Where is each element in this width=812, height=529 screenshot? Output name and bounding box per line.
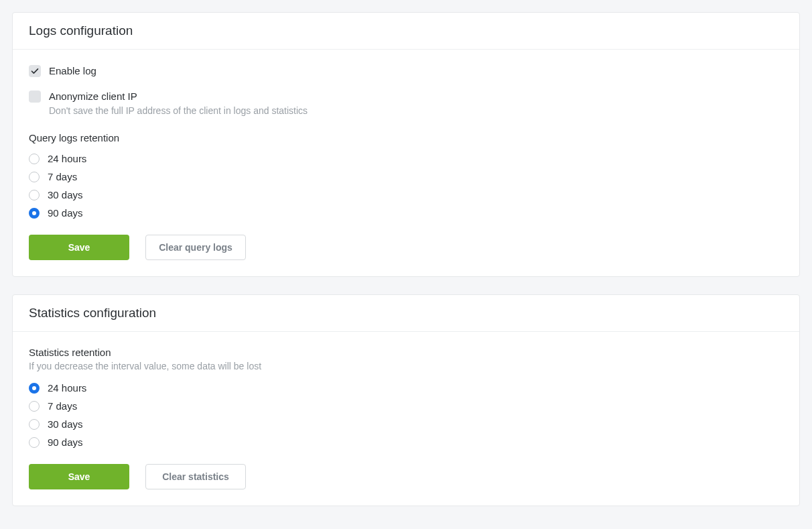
statistics-configuration-card: Statistics configuration Statistics rete… (12, 294, 800, 506)
logs-button-row: Save Clear query logs (29, 235, 783, 260)
logs-card-title: Logs configuration (13, 13, 799, 50)
radio-icon[interactable] (29, 437, 40, 448)
stats-retention-option[interactable]: 24 hours (29, 382, 783, 394)
stats-card-title: Statistics configuration (13, 295, 799, 332)
radio-label: 24 hours (48, 382, 86, 394)
enable-log-checkbox[interactable] (29, 65, 41, 77)
logs-configuration-card: Logs configuration Enable log Anonymize … (12, 12, 800, 277)
radio-label: 24 hours (48, 153, 86, 164)
logs-retention-option[interactable]: 24 hours (29, 153, 783, 164)
radio-label: 30 days (48, 418, 83, 430)
stats-retention-option[interactable]: 7 days (29, 400, 783, 412)
radio-label: 7 days (48, 400, 77, 412)
logs-save-button[interactable]: Save (29, 235, 129, 260)
clear-query-logs-button[interactable]: Clear query logs (145, 235, 246, 260)
stats-retention-group: 24 hours 7 days 30 days 90 days (29, 382, 783, 448)
radio-icon[interactable] (29, 154, 40, 164)
enable-log-row: Enable log (29, 64, 783, 78)
check-icon (31, 67, 39, 75)
radio-icon[interactable] (29, 190, 40, 200)
radio-label: 90 days (48, 207, 83, 219)
radio-icon[interactable] (29, 172, 40, 182)
radio-label: 7 days (48, 171, 77, 182)
radio-icon[interactable] (29, 208, 40, 219)
logs-card-body: Enable log Anonymize client IP Don't sav… (13, 50, 799, 276)
stats-retention-label: Statistics retention (29, 347, 783, 358)
stats-button-row: Save Clear statistics (29, 464, 783, 489)
logs-retention-label: Query logs retention (29, 132, 783, 143)
anonymize-ip-text: Anonymize client IP Don't save the full … (49, 90, 308, 117)
logs-retention-option[interactable]: 30 days (29, 189, 783, 200)
radio-icon[interactable] (29, 419, 40, 430)
stats-retention-option[interactable]: 90 days (29, 436, 783, 448)
radio-icon[interactable] (29, 383, 40, 394)
stats-retention-option[interactable]: 30 days (29, 418, 783, 430)
clear-statistics-button[interactable]: Clear statistics (145, 464, 246, 489)
logs-retention-group: 24 hours 7 days 30 days 90 days (29, 153, 783, 219)
anonymize-ip-checkbox[interactable] (29, 91, 41, 103)
anonymize-ip-label[interactable]: Anonymize client IP (49, 90, 308, 103)
stats-retention-header: Statistics retention If you decrease the… (29, 347, 783, 371)
logs-retention-option[interactable]: 7 days (29, 171, 783, 182)
radio-label: 30 days (48, 189, 83, 200)
anonymize-ip-help: Don't save the full IP address of the cl… (49, 105, 308, 116)
stats-card-body: Statistics retention If you decrease the… (13, 332, 799, 506)
anonymize-ip-row: Anonymize client IP Don't save the full … (29, 90, 783, 117)
radio-icon[interactable] (29, 401, 40, 412)
enable-log-label[interactable]: Enable log (49, 64, 96, 78)
stats-save-button[interactable]: Save (29, 464, 129, 489)
stats-retention-help: If you decrease the interval value, some… (29, 361, 783, 371)
logs-retention-option[interactable]: 90 days (29, 207, 783, 219)
radio-label: 90 days (48, 436, 83, 448)
